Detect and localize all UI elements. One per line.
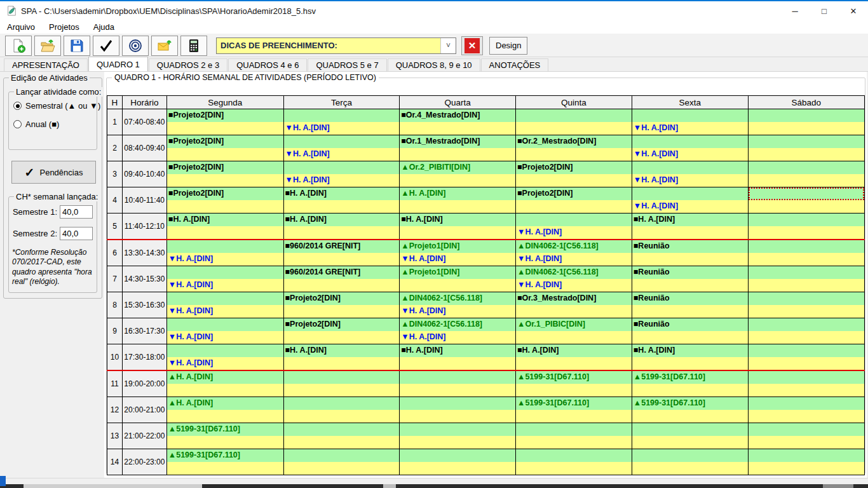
- semester1-subcell[interactable]: ▲Projeto1[DIN]: [400, 266, 515, 279]
- semester2-subcell[interactable]: ▼H. A.[DIN]: [167, 279, 283, 292]
- semester2-subcell[interactable]: ▼H. A.[DIN]: [516, 226, 632, 239]
- semester1-subcell[interactable]: [167, 240, 283, 253]
- tab-anota-es[interactable]: ANOTAÇÕES: [481, 58, 549, 71]
- semester1-subcell[interactable]: [167, 344, 283, 357]
- preview-button[interactable]: [122, 36, 149, 56]
- semester2-subcell[interactable]: ▼H. A.[DIN]: [284, 122, 400, 135]
- semester1-subcell[interactable]: ▲Or.2_PIBITI[DIN]: [400, 161, 515, 174]
- semester2-subcell[interactable]: [749, 410, 864, 423]
- semester2-subcell[interactable]: [516, 462, 632, 475]
- semester2-subcell[interactable]: ▼H. A.[DIN]: [632, 122, 748, 135]
- semester2-subcell[interactable]: [167, 436, 283, 449]
- semester2-subcell[interactable]: [516, 200, 632, 213]
- semester1-subcell[interactable]: [284, 449, 400, 462]
- radio-semestral-circle[interactable]: [13, 102, 22, 110]
- semester1-subcell[interactable]: ■Projeto2[DIN]: [284, 318, 400, 331]
- semester1-subcell[interactable]: [749, 266, 864, 279]
- semester2-subcell[interactable]: [516, 410, 632, 423]
- semester1-subcell[interactable]: ■Projeto2[DIN]: [284, 292, 400, 305]
- semester1-subcell[interactable]: ▲5199-31[D67.110]: [632, 371, 748, 384]
- semester1-subcell[interactable]: ■Or.1_Mestrado[DIN]: [400, 135, 515, 148]
- semester2-subcell[interactable]: [749, 331, 864, 344]
- semester2-subcell[interactable]: [284, 253, 400, 266]
- semester2-subcell[interactable]: [749, 462, 864, 475]
- semester2-subcell[interactable]: ▼H. A.[DIN]: [167, 305, 283, 318]
- semester2-subcell[interactable]: ▼H. A.[DIN]: [400, 253, 515, 266]
- semester2-subcell[interactable]: ▼H. A.[DIN]: [632, 200, 748, 213]
- semester1-subcell[interactable]: ■960/2014 GRE[NIT]: [284, 266, 400, 279]
- semester1-subcell[interactable]: ▲DIN4062-1[C56.118]: [400, 318, 515, 331]
- semester2-subcell[interactable]: [632, 279, 748, 292]
- semester2-subcell[interactable]: [284, 436, 400, 449]
- semester1-subcell[interactable]: ■Or.4_Mestrado[DIN]: [400, 109, 515, 122]
- semester2-subcell[interactable]: [400, 384, 515, 396]
- semester1-subcell[interactable]: [749, 240, 864, 253]
- semester2-subcell[interactable]: [749, 279, 864, 292]
- semester1-subcell[interactable]: [284, 423, 400, 436]
- semester2-subcell[interactable]: [632, 226, 748, 239]
- semester1-subcell[interactable]: ▲5199-31[D67.110]: [516, 371, 632, 384]
- semester1-subcell[interactable]: ■H. A.[DIN]: [400, 344, 515, 357]
- semester2-subcell[interactable]: [749, 357, 864, 370]
- tab-quadros-2-e-3[interactable]: QUADROS 2 e 3: [149, 58, 227, 71]
- tab-quadro-1[interactable]: QUADRO 1: [88, 57, 148, 71]
- semester1-subcell[interactable]: [400, 371, 515, 384]
- semester2-subcell[interactable]: [632, 331, 748, 344]
- semester2-subcell[interactable]: [167, 384, 283, 396]
- semester2-subcell[interactable]: [516, 148, 632, 161]
- semester2-subcell[interactable]: ▼H. A.[DIN]: [167, 331, 283, 344]
- semester1-subcell[interactable]: ▲DIN4062-1[C56.118]: [400, 292, 515, 305]
- tab-quadros-5-e-7[interactable]: QUADROS 5 e 7: [308, 58, 386, 71]
- semester1-subcell[interactable]: [749, 187, 864, 200]
- semester1-subcell[interactable]: ▲DIN4062-1[C56.118]: [516, 266, 632, 279]
- tab-quadros-8-9-e-10[interactable]: QUADROS 8, 9 e 10: [388, 58, 480, 71]
- semester1-subcell[interactable]: ■Projeto2[DIN]: [167, 135, 283, 148]
- semester2-subcell[interactable]: [284, 331, 400, 344]
- semester1-subcell[interactable]: [516, 109, 632, 122]
- semester2-subcell[interactable]: [749, 436, 864, 449]
- semester2-subcell[interactable]: [749, 226, 864, 239]
- semester2-subcell[interactable]: [284, 279, 400, 292]
- semester1-subcell[interactable]: [516, 449, 632, 462]
- semester2-subcell[interactable]: [284, 462, 400, 475]
- semester2-subcell[interactable]: ▼H. A.[DIN]: [632, 148, 748, 161]
- semester2-subcell[interactable]: [167, 148, 283, 161]
- semester2-subcell[interactable]: [516, 305, 632, 318]
- semester2-subcell[interactable]: [400, 357, 515, 370]
- design-button[interactable]: Design: [489, 37, 527, 55]
- semester1-subcell[interactable]: ■Projeto2[DIN]: [516, 161, 632, 174]
- semester1-subcell[interactable]: ■Reunião: [632, 292, 748, 305]
- semester1-subcell[interactable]: ■Projeto2[DIN]: [167, 109, 283, 122]
- semester1-subcell[interactable]: [632, 109, 748, 122]
- semester2-subcell[interactable]: ▼H. A.[DIN]: [284, 174, 400, 187]
- minimize-icon[interactable]: ─: [780, 1, 810, 20]
- tab-apresenta-o[interactable]: APRESENTAÇÃO: [4, 58, 88, 71]
- semester2-subcell[interactable]: [400, 279, 515, 292]
- semester1-subcell[interactable]: [749, 344, 864, 357]
- semester2-subcell[interactable]: [400, 200, 515, 213]
- semester1-subcell[interactable]: ■Or.2_Mestrado[DIN]: [516, 135, 632, 148]
- semester1-subcell[interactable]: ▲5199-31[D67.110]: [167, 449, 283, 462]
- semester2-subcell[interactable]: [632, 462, 748, 475]
- semester1-subcell[interactable]: [284, 371, 400, 384]
- semester2-subcell[interactable]: [284, 200, 400, 213]
- semester2-subcell[interactable]: [749, 384, 864, 396]
- semester1-subcell[interactable]: [632, 187, 748, 200]
- semester2-subcell[interactable]: [516, 357, 632, 370]
- semester1-subcell[interactable]: [632, 449, 748, 462]
- semester1-subcell[interactable]: ■H. A.[DIN]: [400, 214, 515, 226]
- semester2-subcell[interactable]: [284, 305, 400, 318]
- semester2-subcell[interactable]: [632, 357, 748, 370]
- semester2-subcell[interactable]: [749, 148, 864, 161]
- semester2-subcell[interactable]: [400, 436, 515, 449]
- maximize-icon[interactable]: □: [810, 1, 839, 20]
- semester1-subcell[interactable]: [167, 318, 283, 331]
- open-file-button[interactable]: [34, 36, 61, 56]
- semester2-subcell[interactable]: [632, 384, 748, 396]
- semester2-subcell[interactable]: [516, 122, 632, 135]
- semester2-subcell[interactable]: ▼H. A.[DIN]: [284, 148, 400, 161]
- semester1-subcell[interactable]: [284, 135, 400, 148]
- radio-semestral[interactable]: Semestral (▲ ou ▼): [13, 101, 97, 111]
- semester1-subcell[interactable]: ■Reunião: [632, 240, 748, 253]
- save-button[interactable]: [64, 36, 90, 56]
